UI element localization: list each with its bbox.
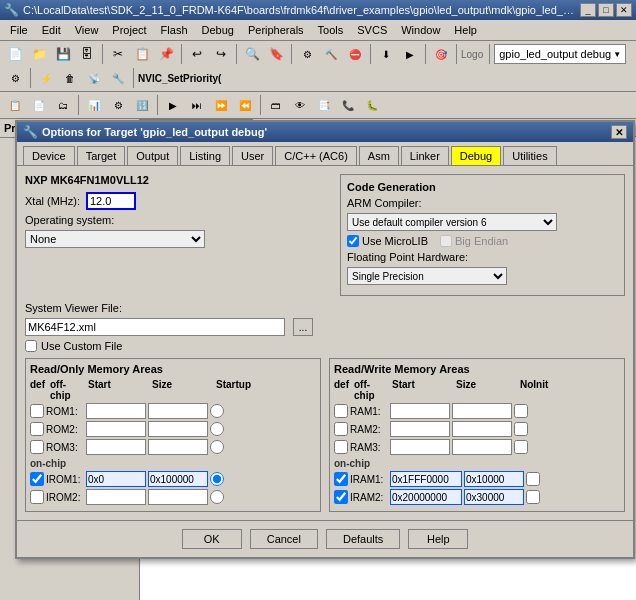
rw-header-default: def: [334, 379, 352, 401]
sysviewer-input[interactable]: [25, 318, 285, 336]
rom2-default-check[interactable]: [30, 422, 44, 436]
rom2-label: ROM2:: [46, 424, 84, 435]
iram1-default-check[interactable]: [334, 472, 348, 486]
iram2-default-check[interactable]: [334, 490, 348, 504]
rw-onchip-label: on-chip: [334, 458, 620, 469]
rom3-default-check[interactable]: [30, 440, 44, 454]
rw-header-size: Size: [456, 379, 518, 401]
iram1-row: IRAM1:: [334, 471, 620, 487]
ram1-size-input[interactable]: [452, 403, 512, 419]
ram3-label: RAM3:: [350, 442, 388, 453]
big-endian-label: Big Endian: [455, 235, 508, 247]
ro-header-offchip: off-chip: [50, 379, 86, 401]
ram3-default-check[interactable]: [334, 440, 348, 454]
tab-linker[interactable]: Linker: [401, 146, 449, 165]
ram2-label: RAM2:: [350, 424, 388, 435]
rom3-label: ROM3:: [46, 442, 84, 453]
ram1-start-input[interactable]: [390, 403, 450, 419]
rom3-startup-radio[interactable]: [210, 440, 224, 454]
ram1-label: RAM1:: [350, 406, 388, 417]
ram3-start-input[interactable]: [390, 439, 450, 455]
rom3-size-input[interactable]: [148, 439, 208, 455]
ram2-noinit-check[interactable]: [514, 422, 528, 436]
readwrite-memory-title: Read/Write Memory Areas: [334, 363, 620, 375]
irom2-default-check[interactable]: [30, 490, 44, 504]
fp-hardware-label: Floating Point Hardware:: [347, 251, 468, 263]
tab-asm[interactable]: Asm: [359, 146, 399, 165]
irom1-label: IROM1:: [46, 474, 84, 485]
rom2-size-input[interactable]: [148, 421, 208, 437]
tab-target[interactable]: Target: [77, 146, 126, 165]
use-custom-file-label: Use Custom File: [41, 340, 122, 352]
rom1-default-check[interactable]: [30, 404, 44, 418]
xtal-input[interactable]: [86, 192, 136, 210]
tab-debug[interactable]: Debug: [451, 146, 501, 165]
ro-header-startup: Startup: [216, 379, 256, 401]
arm-compiler-select[interactable]: Use default compiler version 6: [347, 213, 557, 231]
iram1-size-input[interactable]: [464, 471, 524, 487]
code-gen-title: Code Generation: [347, 181, 618, 193]
ro-header-default: def: [30, 379, 48, 401]
iram1-noinit-check[interactable]: [526, 472, 540, 486]
iram2-noinit-check[interactable]: [526, 490, 540, 504]
tab-cxx[interactable]: C/C++ (AC6): [275, 146, 357, 165]
ram2-start-input[interactable]: [390, 421, 450, 437]
dialog-close-button[interactable]: ✕: [611, 125, 627, 139]
iram2-size-input[interactable]: [464, 489, 524, 505]
arm-compiler-label: ARM Compiler:: [347, 197, 422, 209]
irom2-start-input[interactable]: [86, 489, 146, 505]
irom1-row: IROM1:: [30, 471, 316, 487]
rom1-label: ROM1:: [46, 406, 84, 417]
ram2-size-input[interactable]: [452, 421, 512, 437]
sysviewer-browse-button[interactable]: ...: [293, 318, 313, 336]
xtal-label: Xtal (MHz):: [25, 195, 80, 207]
device-label: NXP MK64FN1M0VLL12: [25, 174, 205, 186]
rom1-start-input[interactable]: [86, 403, 146, 419]
rom2-row: ROM2:: [30, 421, 316, 437]
big-endian-checkbox[interactable]: [440, 235, 452, 247]
use-microlib-checkbox[interactable]: [347, 235, 359, 247]
cancel-button[interactable]: Cancel: [250, 529, 318, 549]
irom1-startup-radio[interactable]: [210, 472, 224, 486]
use-custom-file-checkbox[interactable]: [25, 340, 37, 352]
ram1-noinit-check[interactable]: [514, 404, 528, 418]
tab-utilities[interactable]: Utilities: [503, 146, 556, 165]
tab-output[interactable]: Output: [127, 146, 178, 165]
dialog-title-bar: 🔧 Options for Target 'gpio_led_output de…: [17, 122, 633, 142]
tab-user[interactable]: User: [232, 146, 273, 165]
ro-header-size: Size: [152, 379, 214, 401]
rom1-size-input[interactable]: [148, 403, 208, 419]
irom2-row: IROM2:: [30, 489, 316, 505]
irom2-size-input[interactable]: [148, 489, 208, 505]
defaults-button[interactable]: Defaults: [326, 529, 400, 549]
dialog-tabs: Device Target Output Listing User C/C++ …: [17, 142, 633, 166]
tab-device[interactable]: Device: [23, 146, 75, 165]
ok-button[interactable]: OK: [182, 529, 242, 549]
rom1-startup-radio[interactable]: [210, 404, 224, 418]
dialog-title-text: Options for Target 'gpio_led_output debu…: [42, 126, 267, 138]
ram2-default-check[interactable]: [334, 422, 348, 436]
iram2-start-input[interactable]: [390, 489, 462, 505]
rom2-start-input[interactable]: [86, 421, 146, 437]
dialog-icon: 🔧: [23, 125, 38, 139]
iram2-row: IRAM2:: [334, 489, 620, 505]
irom1-default-check[interactable]: [30, 472, 44, 486]
ro-onchip-label: on-chip: [30, 458, 316, 469]
tab-listing[interactable]: Listing: [180, 146, 230, 165]
ram2-row: RAM2:: [334, 421, 620, 437]
irom2-startup-radio[interactable]: [210, 490, 224, 504]
rom3-start-input[interactable]: [86, 439, 146, 455]
rom2-startup-radio[interactable]: [210, 422, 224, 436]
use-microlib-label: Use MicroLIB: [362, 235, 428, 247]
iram2-label: IRAM2:: [350, 492, 388, 503]
irom1-start-input[interactable]: [86, 471, 146, 487]
rom3-row: ROM3:: [30, 439, 316, 455]
fp-hardware-select[interactable]: Single Precision: [347, 267, 507, 285]
ram1-default-check[interactable]: [334, 404, 348, 418]
iram1-start-input[interactable]: [390, 471, 462, 487]
help-button[interactable]: Help: [408, 529, 468, 549]
ram3-size-input[interactable]: [452, 439, 512, 455]
ram3-noinit-check[interactable]: [514, 440, 528, 454]
irom1-size-input[interactable]: [148, 471, 208, 487]
os-select[interactable]: None: [25, 230, 205, 248]
